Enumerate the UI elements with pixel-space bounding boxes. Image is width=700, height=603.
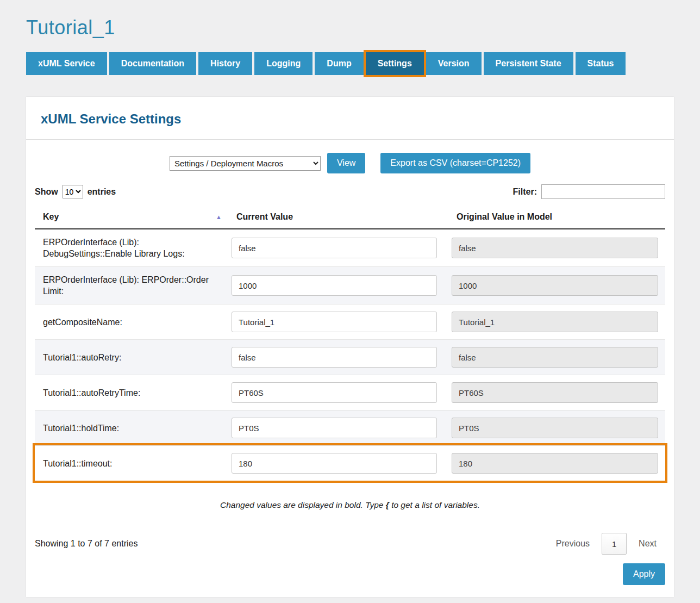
tab-logging[interactable]: Logging bbox=[254, 52, 312, 75]
table-note: Changed values are displayed in bold. Ty… bbox=[26, 500, 674, 510]
tab-bar: xUML ServiceDocumentationHistoryLoggingD… bbox=[26, 52, 674, 75]
row-key-label: ERPOrderInterface (Lib): ERPOrder::Order… bbox=[35, 274, 232, 297]
list-controls: Show 10 entries Filter: bbox=[35, 184, 665, 199]
original-value-cell bbox=[452, 312, 665, 332]
current-value-cell bbox=[232, 382, 452, 403]
row-key-label: Tutorial1::holdTime: bbox=[35, 422, 232, 434]
tab-xuml-service[interactable]: xUML Service bbox=[26, 52, 107, 75]
apply-row: Apply bbox=[35, 563, 665, 585]
original-value-cell bbox=[452, 238, 665, 258]
original-value-input bbox=[452, 453, 658, 474]
pagination: Previous 1 Next bbox=[547, 533, 665, 555]
show-entries-group: Show 10 entries bbox=[35, 185, 116, 198]
original-value-cell bbox=[452, 275, 665, 296]
table-row: Tutorial1::timeout: bbox=[35, 445, 665, 481]
row-key-label: ERPOrderInterface (Lib): DebugSettings::… bbox=[35, 237, 232, 259]
original-value-input bbox=[452, 312, 658, 332]
original-value-cell bbox=[452, 347, 665, 368]
current-value-input[interactable] bbox=[232, 312, 437, 332]
page-number-button[interactable]: 1 bbox=[602, 533, 627, 555]
current-value-input[interactable] bbox=[232, 418, 437, 438]
row-key-label: Tutorial1::timeout: bbox=[35, 458, 232, 469]
panel-heading: xUML Service Settings bbox=[26, 97, 674, 139]
column-header-key[interactable]: Key ▲ bbox=[35, 212, 232, 222]
current-value-cell bbox=[232, 453, 452, 474]
category-select[interactable]: Settings / Deployment Macros bbox=[170, 156, 321, 171]
sort-ascending-icon: ▲ bbox=[216, 214, 222, 220]
table-row: Tutorial1::autoRetry: bbox=[35, 339, 665, 375]
table-footer: Showing 1 to 7 of 7 entries Previous 1 N… bbox=[35, 533, 665, 555]
settings-table-body: ERPOrderInterface (Lib): DebugSettings::… bbox=[35, 229, 665, 481]
entries-label: entries bbox=[88, 187, 116, 197]
current-value-cell bbox=[232, 418, 452, 438]
current-value-input[interactable] bbox=[232, 382, 437, 403]
table-row: Tutorial1::holdTime: bbox=[35, 410, 665, 445]
tab-status[interactable]: Status bbox=[576, 52, 626, 75]
table-row: ERPOrderInterface (Lib): DebugSettings::… bbox=[35, 229, 665, 266]
tab-documentation[interactable]: Documentation bbox=[109, 52, 196, 75]
note-text-pre: Changed values are displayed in bold. Ty… bbox=[220, 500, 386, 509]
current-value-input[interactable] bbox=[232, 347, 437, 368]
heading-divider bbox=[26, 139, 674, 140]
original-value-input bbox=[452, 238, 658, 258]
current-value-input[interactable] bbox=[232, 238, 437, 258]
row-key-label: Tutorial1::autoRetryTime: bbox=[35, 387, 232, 399]
page-title: Tutorial_1 bbox=[26, 16, 674, 39]
tab-dump[interactable]: Dump bbox=[315, 52, 363, 75]
tab-history[interactable]: History bbox=[198, 52, 252, 75]
column-header-current-value[interactable]: Current Value bbox=[232, 212, 452, 222]
toolbar: Settings / Deployment Macros View Export… bbox=[26, 153, 674, 173]
original-value-input bbox=[452, 382, 658, 403]
tab-persistent-state[interactable]: Persistent State bbox=[484, 52, 573, 75]
table-row: getCompositeName: bbox=[35, 304, 665, 339]
settings-table: Key ▲ Current Value Original Value in Mo… bbox=[35, 207, 665, 481]
current-value-cell bbox=[232, 312, 452, 332]
filter-label: Filter: bbox=[513, 187, 537, 197]
column-header-original-value[interactable]: Original Value in Model bbox=[452, 212, 665, 222]
original-value-cell bbox=[452, 418, 665, 438]
page-length-select[interactable]: 10 bbox=[62, 185, 83, 198]
showing-entries-text: Showing 1 to 7 of 7 entries bbox=[35, 539, 138, 549]
next-page-link[interactable]: Next bbox=[630, 539, 665, 549]
note-text-post: to get a list of variables. bbox=[389, 500, 480, 509]
original-value-input bbox=[452, 275, 658, 296]
previous-page-link[interactable]: Previous bbox=[547, 539, 598, 549]
tab-settings[interactable]: Settings bbox=[366, 52, 424, 75]
current-value-cell bbox=[232, 275, 452, 296]
filter-group: Filter: bbox=[513, 184, 665, 199]
row-key-label: Tutorial1::autoRetry: bbox=[35, 352, 232, 363]
apply-button[interactable]: Apply bbox=[623, 563, 665, 585]
current-value-cell bbox=[232, 347, 452, 368]
view-button[interactable]: View bbox=[327, 153, 365, 173]
table-header: Key ▲ Current Value Original Value in Mo… bbox=[35, 207, 665, 229]
original-value-input bbox=[452, 418, 658, 438]
settings-panel: xUML Service Settings Settings / Deploym… bbox=[26, 97, 674, 597]
page: Tutorial_1 xUML ServiceDocumentationHist… bbox=[0, 0, 700, 603]
table-row: ERPOrderInterface (Lib): ERPOrder::Order… bbox=[35, 266, 665, 304]
original-value-cell bbox=[452, 382, 665, 403]
current-value-input[interactable] bbox=[232, 275, 437, 296]
export-csv-button[interactable]: Export as CSV (charset=CP1252) bbox=[380, 153, 530, 173]
current-value-input[interactable] bbox=[232, 453, 437, 474]
column-header-key-label: Key bbox=[43, 212, 59, 222]
table-row: Tutorial1::autoRetryTime: bbox=[35, 375, 665, 410]
filter-input[interactable] bbox=[541, 184, 665, 199]
tab-version[interactable]: Version bbox=[426, 52, 482, 75]
original-value-input bbox=[452, 347, 658, 368]
row-key-label: getCompositeName: bbox=[35, 316, 232, 328]
original-value-cell bbox=[452, 453, 665, 474]
current-value-cell bbox=[232, 238, 452, 258]
show-label: Show bbox=[35, 187, 58, 197]
